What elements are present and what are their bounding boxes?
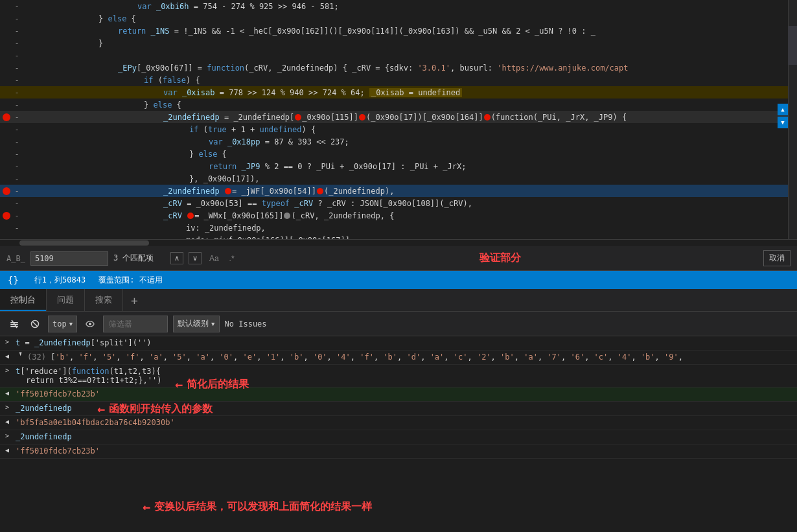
diff-marker: - <box>13 150 21 159</box>
expand-arrow-2b[interactable]: ► <box>17 353 25 360</box>
minimap <box>788 0 797 240</box>
minimap-thumb[interactable] <box>788 26 797 65</box>
code-content: mode: mivf_0x90o[166]][_0x90o[167]] <box>21 236 797 240</box>
search-input[interactable] <box>30 251 108 266</box>
diff-marker: - <box>13 2 21 11</box>
code-line: - }, _0x90o[17]), <box>0 172 797 185</box>
status-bar: {} 行1，列50843 覆盖范围: 不适用 <box>0 271 797 289</box>
no-breakpoint <box>3 237 10 240</box>
expand-arrow-1[interactable]: > <box>5 338 13 345</box>
block-console-button[interactable] <box>27 318 43 330</box>
annotation-param: ← 函数刚开始传入的参数 <box>97 401 213 417</box>
tab-add-button[interactable]: + <box>123 289 146 311</box>
use-regex-button[interactable]: .* <box>227 253 237 264</box>
code-line: - _EPy[_0x90o[67]] = function(_cRV, _2un… <box>0 62 797 74</box>
svg-line-5 <box>33 321 38 326</box>
code-line: - } else { <box>0 98 797 111</box>
no-breakpoint <box>3 200 10 207</box>
diff-marker: - <box>13 113 21 122</box>
no-breakpoint <box>3 138 10 146</box>
expand-arrow-4[interactable]: ◀ <box>5 389 13 397</box>
expand-arrow-3[interactable]: > <box>5 367 13 374</box>
tabs-bar: 控制台 问题 搜索 + <box>0 289 797 312</box>
dropdown-arrow-icon: ▼ <box>69 321 73 327</box>
console-row-6[interactable]: ◀ 'bf5fa5a0e1b04fbdac2ba76c4b92030b' <box>0 416 797 430</box>
search-prev-button[interactable]: ∧ <box>170 252 183 264</box>
tab-search-label: 搜索 <box>95 294 112 306</box>
diff-marker: - <box>13 39 21 48</box>
no-breakpoint <box>3 175 10 183</box>
scroll-up-button[interactable]: ▲ <box>778 104 788 115</box>
diff-marker: - <box>13 211 21 220</box>
code-content: _cRV = _0x90o[53] == typeof _cRV ? _cRV … <box>21 199 797 208</box>
console-text-5: _2undefinedp <box>16 404 72 413</box>
console-row-1[interactable]: > t = _2undefinedp['split']('') <box>0 336 797 351</box>
console-row-2[interactable]: ◀ ► (32) ['b', 'f', '5', 'f', 'a', '5', … <box>0 351 797 365</box>
code-content: return _JP9 % 2 == 0 ? _PUi + _0x90o[17]… <box>21 162 797 171</box>
no-breakpoint <box>3 101 10 109</box>
diff-marker: - <box>13 88 21 97</box>
scroll-down-button[interactable]: ▼ <box>778 117 788 128</box>
context-label: top <box>52 319 67 329</box>
regex-icon: A̲B̲ <box>6 254 25 263</box>
expand-arrow-6[interactable]: ◀ <box>5 418 13 425</box>
tab-console[interactable]: 控制台 <box>0 289 47 311</box>
diff-marker: - <box>13 51 21 60</box>
tab-issues[interactable]: 问题 <box>47 289 85 311</box>
tab-search[interactable]: 搜索 <box>85 289 123 311</box>
code-content: var _0x18pp = 87 & 393 << 237; <box>21 137 797 146</box>
console-row-3[interactable]: > t['reduce'](function(t1,t2,t3){ return… <box>0 365 797 387</box>
console-text-7: _2undefinedp <box>16 432 72 441</box>
code-line: - iv: _2undefinedp, <box>0 222 797 234</box>
console-output[interactable]: > t = _2undefinedp['split']('') ◀ ► (32)… <box>0 336 797 532</box>
no-breakpoint <box>3 15 10 23</box>
expand-arrow-7[interactable]: > <box>5 432 13 439</box>
console-row-8[interactable]: ◀ 'ff5010fdcb7cb23b' <box>0 445 797 459</box>
diff-marker: - <box>13 187 21 196</box>
no-breakpoint <box>3 64 10 72</box>
code-line-breakpoint: - _cRV = _WMx[_0x90o[165]](_cRV, _2undef… <box>0 209 797 222</box>
search-bar: A̲B̲ 3 个匹配项 ∧ ∨ Aa .* 验证部分 取消 <box>0 246 797 271</box>
cursor-position: 行1，列50843 <box>34 275 86 286</box>
code-line: - <box>0 49 797 62</box>
svg-rect-2 <box>10 326 18 327</box>
diff-marker: - <box>13 174 21 183</box>
no-breakpoint <box>3 89 10 97</box>
no-breakpoint <box>3 224 10 232</box>
match-case-button[interactable]: Aa <box>207 253 222 264</box>
console-row-7[interactable]: > _2undefinedp <box>0 430 797 445</box>
expand-arrow-5[interactable]: > <box>5 404 13 411</box>
code-line: - } <box>0 37 797 49</box>
svg-point-7 <box>89 323 91 325</box>
code-content: } else { <box>21 14 797 23</box>
search-cancel-button[interactable]: 取消 <box>763 250 791 266</box>
eye-filter-button[interactable] <box>82 318 98 330</box>
filter-input[interactable] <box>103 316 168 332</box>
horizontal-scrollbar[interactable] <box>0 240 797 246</box>
loglevel-arrow-icon: ▼ <box>211 321 214 327</box>
code-content: _2undefinedp = _2undefinedp[_0x90o[115]]… <box>21 113 797 122</box>
code-line: - return _1NS = !_1NS && -1 < _heC[_0x90… <box>0 25 797 37</box>
code-line: - } else { <box>0 148 797 160</box>
console-text-4: 'ff5010fdcb7cb23b' <box>16 389 100 399</box>
code-content: if (false) { <box>21 76 797 85</box>
diff-marker: - <box>13 100 21 110</box>
code-editor: - var _0xbi6h = 754 - 274 % 925 >> 946 -… <box>0 0 797 240</box>
code-line-breakpoint: - _2undefinedp = _2undefinedp[_0x90o[115… <box>0 111 797 123</box>
no-breakpoint <box>3 150 10 158</box>
log-level-label: 默认级别 <box>178 318 209 329</box>
log-level-select[interactable]: 默认级别 ▼ <box>173 316 219 332</box>
no-breakpoint <box>3 52 10 60</box>
expand-arrow-8[interactable]: ◀ <box>5 446 13 454</box>
code-content: return _1NS = !_1NS && -1 < _heC[_0x90o[… <box>21 27 797 36</box>
expand-arrow-2[interactable]: ◀ <box>5 353 13 360</box>
console-row-4[interactable]: ◀ 'ff5010fdcb7cb23b' <box>0 387 797 402</box>
no-breakpoint <box>3 76 10 84</box>
diff-marker: - <box>13 76 21 85</box>
context-select[interactable]: top ▼ <box>48 316 77 332</box>
clear-console-button[interactable] <box>6 318 22 330</box>
scrollbar-thumb[interactable] <box>19 240 149 246</box>
code-content: }, _0x90o[17]), <box>21 174 797 183</box>
search-next-button[interactable]: ∨ <box>189 252 202 264</box>
code-line: - return _JP9 % 2 == 0 ? _PUi + _0x90o[1… <box>0 160 797 172</box>
